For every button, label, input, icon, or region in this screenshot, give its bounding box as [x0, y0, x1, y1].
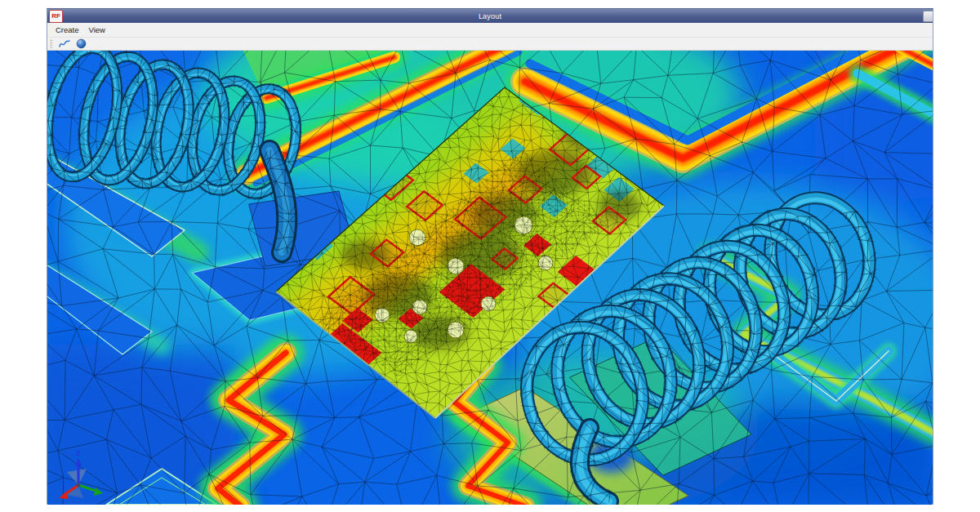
fit-curve-icon	[59, 39, 70, 49]
rf-app-icon: RF	[49, 10, 63, 23]
em-heatmap-scene: Z	[47, 51, 933, 505]
menu-create[interactable]: Create	[51, 24, 84, 36]
fit-curve-tool-button[interactable]	[58, 38, 71, 49]
window-title: Layout	[47, 12, 933, 20]
layout-window: RF Layout Create View	[47, 8, 933, 504]
sphere-3d-icon	[76, 38, 87, 49]
z-axis-label: Z	[76, 449, 81, 457]
sphere-view-tool-button[interactable]	[74, 38, 87, 49]
em-3d-viewport[interactable]: Z	[47, 51, 933, 505]
window-control-button-partial[interactable]	[923, 11, 933, 22]
rf-app-icon-text: RF	[51, 13, 60, 20]
menubar: Create View	[47, 23, 933, 38]
menu-view[interactable]: View	[84, 24, 110, 36]
toolbar	[47, 38, 933, 51]
toolbar-drag-handle[interactable]	[50, 39, 53, 48]
titlebar[interactable]: RF Layout	[47, 9, 933, 23]
